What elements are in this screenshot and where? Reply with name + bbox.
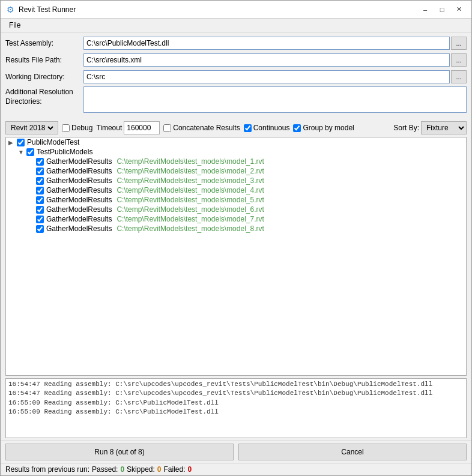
tree-checkbox-testpublicmodels[interactable] (26, 148, 34, 156)
results-file-browse-button[interactable]: ... (451, 53, 467, 67)
debug-checkbox-group[interactable]: Debug (62, 124, 92, 132)
status-bar: Results from previous run: Passed: 0 Ski… (1, 463, 471, 475)
app-icon: ⚙ (5, 5, 15, 14)
tree-checkbox-model7[interactable] (36, 215, 44, 223)
main-window: ⚙ Revit Test Runner – □ ✕ File Test Asse… (0, 0, 472, 476)
test-assembly-input[interactable] (83, 37, 450, 50)
tree-label-model8: GatherModelResults (46, 224, 112, 233)
tree-arrow-placeholder-4 (28, 187, 34, 194)
tree-arrow-publicmodeltest: ▶ (8, 139, 14, 146)
minimize-button[interactable]: – (417, 4, 433, 16)
tree-label-model6: GatherModelResults (46, 205, 112, 214)
tree-checkbox-model3[interactable] (36, 177, 44, 185)
concatenate-checkbox-group[interactable]: Concatenate Results (163, 124, 240, 132)
tree-arrow-placeholder-3 (28, 178, 34, 184)
test-assembly-row: Test Assembly: ... (5, 36, 467, 50)
concatenate-checkbox[interactable] (163, 124, 171, 132)
timeout-input[interactable] (124, 121, 160, 134)
tree-item-publicmodeltest[interactable]: ▶ PublicModelTest (6, 137, 466, 147)
tree-item-model6[interactable]: GatherModelResults C:\temp\RevitModels\t… (6, 205, 466, 214)
sortby-label: Sort By: (393, 124, 419, 132)
tree-arrow-placeholder-7 (28, 216, 34, 223)
menu-file[interactable]: File (5, 20, 24, 31)
status-failed-value: 0 (188, 465, 192, 474)
timeout-group: Timeout (96, 121, 160, 134)
results-file-input[interactable] (83, 53, 450, 67)
tree-item-model4[interactable]: GatherModelResults C:\temp\RevitModels\t… (6, 185, 466, 195)
toolbar-row: Revit 2018 Revit 2019 Revit 2020 Debug T… (1, 119, 471, 137)
additional-res-label: Additional ResolutionDirectories: (5, 86, 83, 106)
window-controls: – □ ✕ (417, 4, 467, 16)
tree-checkbox-model6[interactable] (36, 206, 44, 214)
tree-path-model5: C:\temp\RevitModels\test_models\model_5.… (116, 196, 264, 204)
concatenate-label: Concatenate Results (173, 124, 240, 132)
group-by-model-checkbox[interactable] (293, 124, 301, 132)
log-line-4: 16:55:09 Reading assembly: C:\src\Public… (8, 408, 464, 417)
tree-arrow-testpublicmodels: ▼ (18, 149, 24, 155)
close-button[interactable]: ✕ (451, 4, 467, 16)
maximize-button[interactable]: □ (434, 4, 450, 16)
tree-item-model7[interactable]: GatherModelResults C:\temp\RevitModels\t… (6, 214, 466, 224)
tree-arrow-placeholder-1 (28, 158, 34, 165)
tree-label-testpublicmodels: TestPublicModels (37, 148, 92, 156)
continuous-label: Continuous (253, 124, 290, 132)
cancel-button[interactable]: Cancel (238, 444, 467, 460)
tree-label-model2: GatherModelResults (46, 167, 112, 175)
tree-label-model1: GatherModelResults (46, 157, 112, 166)
continuous-checkbox[interactable] (244, 124, 252, 132)
tree-checkbox-model4[interactable] (36, 187, 44, 194)
window-title: Revit Test Runner (19, 5, 417, 14)
test-assembly-browse-button[interactable]: ... (451, 37, 467, 50)
tree-path-model1: C:\temp\RevitModels\test_models\model_1.… (116, 157, 264, 166)
tree-path-model2: C:\temp\RevitModels\test_models\model_2.… (116, 167, 264, 175)
test-assembly-label: Test Assembly: (5, 39, 83, 47)
tree-path-model6: C:\temp\RevitModels\test_models\model_6.… (116, 205, 264, 214)
sortby-select[interactable]: Fixture Name Duration (421, 121, 467, 134)
results-file-label: Results File Path: (5, 56, 83, 64)
tree-label-publicmodeltest: PublicModelTest (27, 138, 79, 146)
status-passed-value: 0 (120, 465, 124, 474)
tree-path-model4: C:\temp\RevitModels\test_models\model_4.… (116, 186, 264, 194)
status-skipped-value: 0 (157, 465, 162, 474)
additional-res-row: Additional ResolutionDirectories: (5, 86, 467, 113)
tree-item-model8[interactable]: GatherModelResults C:\temp\RevitModels\t… (6, 224, 466, 233)
status-skipped-label: Skipped: (127, 465, 155, 474)
working-dir-label: Working Directory: (5, 73, 83, 81)
revit-version-select[interactable]: Revit 2018 Revit 2019 Revit 2020 (8, 123, 55, 133)
group-by-model-label: Group by model (303, 124, 354, 132)
continuous-checkbox-group[interactable]: Continuous (244, 124, 290, 132)
tree-checkbox-model2[interactable] (36, 167, 44, 175)
tree-item-model5[interactable]: GatherModelResults C:\temp\RevitModels\t… (6, 195, 466, 205)
tree-checkbox-publicmodeltest[interactable] (17, 139, 25, 146)
bottom-bar: Run 8 (out of 8) Cancel (1, 441, 471, 463)
tree-checkbox-model8[interactable] (36, 225, 44, 233)
group-by-model-checkbox-group[interactable]: Group by model (293, 124, 354, 132)
run-button[interactable]: Run 8 (out of 8) (5, 444, 234, 460)
working-dir-browse-button[interactable]: ... (451, 70, 467, 83)
revit-version-dropdown[interactable]: Revit 2018 Revit 2019 Revit 2020 (5, 121, 58, 134)
log-panel: 16:54:47 Reading assembly: C:\src\upcode… (5, 378, 467, 438)
tree-path-model7: C:\temp\RevitModels\test_models\model_7.… (116, 215, 264, 223)
tree-item-model1[interactable]: GatherModelResults C:\temp\RevitModels\t… (6, 157, 466, 166)
tree-label-model4: GatherModelResults (46, 186, 112, 194)
tree-label-model3: GatherModelResults (46, 176, 112, 185)
working-dir-row: Working Directory: ... (5, 70, 467, 84)
debug-checkbox[interactable] (62, 124, 70, 132)
test-tree-panel[interactable]: ▶ PublicModelTest ▼ TestPublicModels Gat… (5, 137, 467, 376)
status-prefix: Results from previous run: (5, 465, 89, 474)
tree-item-model2[interactable]: GatherModelResults C:\temp\RevitModels\t… (6, 166, 466, 176)
menu-bar: File (1, 19, 471, 32)
tree-checkbox-model1[interactable] (36, 158, 44, 166)
working-dir-input[interactable] (83, 70, 450, 83)
tree-checkbox-model5[interactable] (36, 196, 44, 204)
tree-label-model7: GatherModelResults (46, 215, 112, 223)
tree-arrow-placeholder-5 (28, 197, 34, 203)
tree-item-testpublicmodels[interactable]: ▼ TestPublicModels (6, 147, 466, 157)
log-line-3: 16:55:09 Reading assembly: C:\src\Public… (8, 399, 464, 408)
tree-item-model3[interactable]: GatherModelResults C:\temp\RevitModels\t… (6, 176, 466, 185)
additional-res-input[interactable] (83, 86, 467, 113)
status-failed-label: Failed: (164, 465, 186, 474)
debug-label: Debug (71, 124, 92, 132)
title-bar: ⚙ Revit Test Runner – □ ✕ (1, 1, 471, 19)
tree-arrow-placeholder-6 (28, 206, 34, 213)
